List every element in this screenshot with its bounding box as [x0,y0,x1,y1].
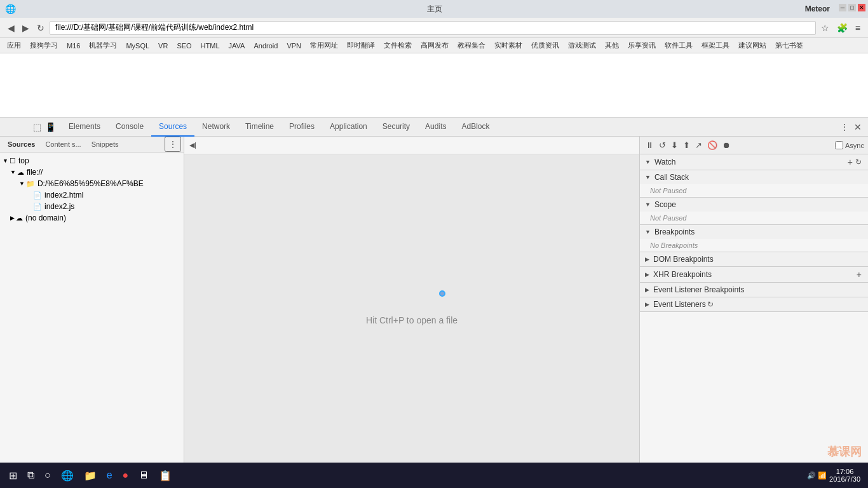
tab-profiles[interactable]: Profiles [281,118,322,137]
section-call-stack-header[interactable]: ▼ Call Stack [640,170,868,184]
section-xhr-breakpoints-header[interactable]: ▶ XHR Breakpoints + [640,267,868,282]
taskbar-explorer-icon[interactable]: 📁 [80,467,100,484]
bookmark-20[interactable]: 乐享资讯 [625,40,659,51]
bookmark-9[interactable]: Android [250,41,281,50]
close-button[interactable]: ✕ [858,4,865,11]
bookmark-13[interactable]: 文件检索 [381,40,415,51]
address-bar-row: ◀ ▶ ↻ ☆ 🧩 ≡ [0,18,868,38]
left-panel-more-icon[interactable]: ⋮ [165,137,181,152]
extensions-icon[interactable]: 🧩 [834,22,850,34]
bookmark-21[interactable]: 软件工具 [661,40,696,51]
xhr-add-button[interactable]: + [855,269,863,280]
app-name: Meteor [805,4,830,13]
step-button[interactable]: ↗ [693,139,704,151]
bookmark-6[interactable]: SEO [173,41,194,50]
taskbar-extra1-icon[interactable]: 🖥 [135,467,153,484]
bookmark-3[interactable]: 机器学习 [86,40,120,51]
task-view-button[interactable]: ⧉ [24,467,38,484]
tab-elements[interactable]: Elements [61,118,108,137]
bookmark-19[interactable]: 其他 [602,40,622,51]
section-event-listener-breakpoints-header[interactable]: ▶ Event Listener Breakpoints [640,283,868,297]
bookmark-16[interactable]: 实时素材 [491,40,526,51]
tab-console[interactable]: Console [108,118,151,137]
tab-network[interactable]: Network [194,118,238,137]
bookmark-1[interactable]: 搜狗学习 [27,40,61,51]
tab-sources[interactable]: Sources [151,118,194,137]
section-dom-breakpoints-header[interactable]: ▶ DOM Breakpoints [640,252,868,266]
cortana-button[interactable]: ○ [41,467,55,484]
section-scope-header[interactable]: ▼ Scope [640,198,868,212]
section-event-listeners: ▶ Event Listeners ↻ [640,297,868,312]
bookmark-5[interactable]: VR [155,41,171,50]
left-tab-content[interactable]: Content s... [40,138,86,151]
back-button[interactable]: ◀ [5,22,17,34]
bookmark-12[interactable]: 即时翻译 [344,40,378,51]
tab-audits[interactable]: Audits [417,118,454,137]
bookmark-24[interactable]: 第七书签 [772,40,806,51]
bookmark-8[interactable]: JAVA [226,41,248,50]
step-over-button[interactable]: ↺ [657,139,668,151]
section-event-listeners-label: Event Listeners [653,300,706,309]
devtools-select-element-icon[interactable]: ⬚ [32,121,43,133]
devtools-tab-bar: ⬚ 📱 Elements Console Sources Network Tim… [0,118,868,137]
tree-item-top[interactable]: ▼ ☐ top [0,155,184,166]
section-breakpoints-header[interactable]: ▼ Breakpoints [640,225,868,239]
tab-timeline[interactable]: Timeline [238,118,281,137]
bookmark-23[interactable]: 建议网站 [735,40,770,51]
tree-item-index-js[interactable]: 📄 index2.js [0,201,184,212]
taskbar-ie-icon[interactable]: 🌐 [57,467,78,484]
taskbar-extra2-icon[interactable]: 📋 [155,467,175,484]
section-event-listener-breakpoints-label: Event Listener Breakpoints [653,285,744,294]
tab-adblock[interactable]: AdBlock [454,118,497,137]
start-button[interactable]: ⊞ [5,467,21,484]
bookmark-star-icon[interactable]: ☆ [818,22,832,34]
tree-item-file[interactable]: ▼ ☁ file:// [0,166,184,178]
refresh-button[interactable]: ↻ [34,22,47,34]
tree-item-index-html[interactable]: 📄 index2.html [0,189,184,201]
tree-item-no-domain[interactable]: ▶ ☁ (no domain) [0,212,184,224]
bookmark-22[interactable]: 框架工具 [698,40,733,51]
taskbar-chrome-icon[interactable]: ● [119,467,133,484]
forward-button[interactable]: ▶ [20,22,32,34]
tab-application[interactable]: Application [322,118,375,137]
address-input[interactable] [50,21,816,35]
step-into-button[interactable]: ⬇ [669,139,680,151]
devtools-close-icon[interactable]: ✕ [853,121,863,133]
devtools-device-icon[interactable]: 📱 [44,121,57,133]
tree-item-folder[interactable]: ▼ 📁 D:/%E6%85%95%E8%AF%BE [0,178,184,189]
minimize-button[interactable]: ─ [839,4,846,11]
left-tab-snippets[interactable]: Snippets [86,138,124,151]
bookmark-apps[interactable]: 应用 [4,40,24,51]
maximize-button[interactable]: □ [848,4,856,11]
bookmark-11[interactable]: 常用网址 [307,40,341,51]
pause-button[interactable]: ⏸ [644,139,656,151]
event-listeners-refresh-button[interactable]: ↻ [706,300,715,309]
left-tab-sources[interactable]: Sources [3,138,40,151]
watch-add-button[interactable]: + [846,157,854,167]
tab-security[interactable]: Security [375,118,417,137]
section-watch-header[interactable]: ▼ Watch + ↻ [640,154,868,170]
bookmark-18[interactable]: 游戏测试 [565,40,599,51]
bookmark-17[interactable]: 优质资讯 [528,40,562,51]
async-checkbox[interactable] [835,141,843,149]
step-out-button[interactable]: ⬆ [681,139,692,151]
devtools-panel: ⬚ 📱 Elements Console Sources Network Tim… [0,117,868,488]
taskbar-edge-icon[interactable]: e [103,467,116,484]
bookmark-15[interactable]: 教程集合 [454,40,489,51]
devtools-more-icon[interactable]: ⋮ [839,121,850,133]
bookmark-7[interactable]: HTML [198,41,223,50]
right-panel: ⏸ ↺ ⬇ ⬆ ↗ 🚫 ⏺ Async ▼ Watch + ↻ [639,137,868,488]
bookmark-14[interactable]: 高网发布 [417,40,452,51]
menu-icon[interactable]: ≡ [853,22,863,34]
bookmark-10[interactable]: VPN [283,41,304,50]
deactivate-breakpoints-button[interactable]: 🚫 [705,139,719,151]
pause-on-exceptions-button[interactable]: ⏺ [721,139,733,151]
bookmark-2[interactable]: M16 [64,41,83,50]
watch-refresh-button[interactable]: ↻ [854,158,863,166]
toggle-sidebar-button[interactable]: ◀| [187,140,199,151]
bookmark-4[interactable]: MySQL [123,41,153,50]
section-event-listeners-header[interactable]: ▶ Event Listeners ↻ [640,297,868,311]
section-scope-label: Scope [654,200,676,209]
taskbar-clock: 17:06 2016/7/30 [829,468,860,483]
cloud-icon-no-domain: ☁ [16,214,23,222]
